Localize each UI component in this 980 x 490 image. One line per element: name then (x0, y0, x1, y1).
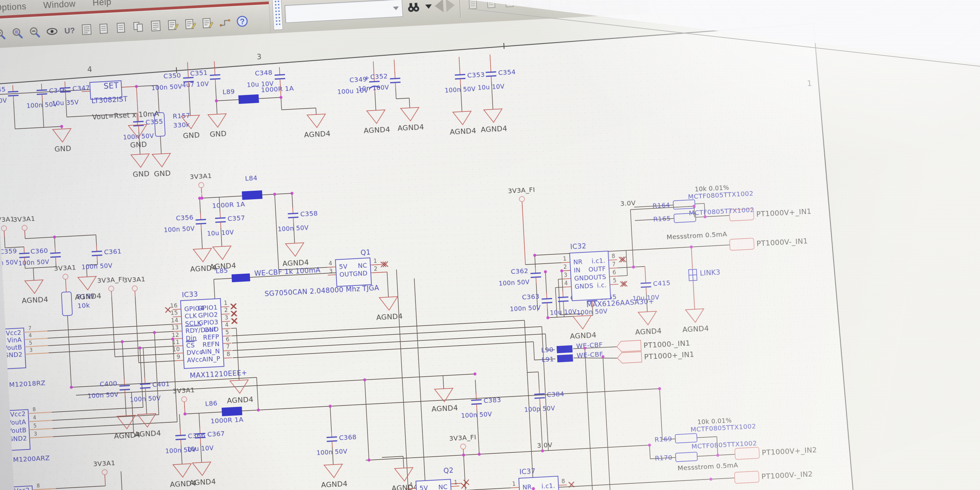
capacitor-C354-ref[interactable]: C354 (498, 68, 516, 77)
ic-Q2-pin-label[interactable]: NC (438, 483, 447, 490)
zone-number[interactable]: 1 (807, 79, 812, 88)
capacitor-C351-stub[interactable] (215, 68, 215, 75)
capacitor-C356-ref[interactable]: C356 (176, 213, 194, 222)
schematic-canvas[interactable]: 4321C345100n 100VC346100n 50VC34710u 35V… (0, 0, 980, 490)
disabled-tool-1-icon[interactable] (465, 0, 482, 13)
ferrite-bead-L91[interactable] (557, 355, 573, 363)
zone-number[interactable]: 3 (256, 52, 262, 61)
disabled-tool-4-icon[interactable] (519, 0, 537, 10)
capacitor-C366-stub[interactable] (181, 439, 181, 446)
capacitor-C346-ref[interactable]: C346 (49, 86, 67, 95)
sheet-symbol-box2-pin-label[interactable]: Vcc2 (14, 487, 30, 490)
capacitor-C367-value[interactable]: 10u 10V (186, 444, 214, 453)
capacitor-C368-ref[interactable]: C368 (339, 433, 357, 442)
capacitor-C359-ref[interactable]: C359 (0, 247, 18, 256)
capacitor-C353-stub[interactable] (460, 79, 461, 85)
capacitor-C348-stub[interactable] (280, 79, 280, 85)
sheet-symbol-M12018RZ-pin-label[interactable]: VoutB (3, 343, 22, 352)
ic-IC33-pin-label[interactable]: GPIO1 (197, 304, 218, 312)
ic-IC32-pin-label[interactable]: OUTF (588, 265, 606, 273)
capacitor-C364-stub[interactable] (563, 301, 564, 308)
help-icon[interactable]: ? (234, 13, 251, 30)
capacitor-C360-stub[interactable] (55, 247, 55, 253)
capacitor-C347-stub[interactable] (65, 81, 65, 88)
capacitor-C401-stub[interactable] (145, 378, 145, 384)
capacitor-C354-plate[interactable] (486, 72, 496, 73)
ic-IC37-pin-label[interactable]: i.c1. (541, 482, 555, 490)
capacitor-C364-stub[interactable] (563, 291, 563, 297)
annotation-text[interactable]: 3.0V (620, 199, 636, 207)
sheet-symbol-M12018RZ-pin-label[interactable]: VinA (7, 336, 22, 344)
agnd4-symbol-label[interactable]: AGND4 (682, 324, 709, 334)
disabled-tool-8-icon[interactable] (593, 0, 610, 6)
ic-IC33-pin-label[interactable]: CLK (185, 312, 197, 320)
disabled-tool-2-icon[interactable] (483, 0, 500, 12)
ferrite-bead-L86[interactable] (221, 407, 242, 416)
capacitor-C354-stub[interactable] (491, 76, 492, 83)
power-flag-3V3A_FI-label[interactable]: 3V3A_FI (449, 433, 476, 442)
capacitor-C415-stub[interactable] (646, 277, 646, 283)
component-question-icon[interactable]: U? (61, 22, 78, 39)
ic-IC37-ref[interactable]: IC37 (519, 467, 536, 476)
capacitor-C383-stub[interactable] (477, 404, 477, 410)
ic-IC37-pin-number[interactable]: 1 (512, 480, 516, 487)
ferrite-bead-L91-value[interactable]: WE-CBF (577, 350, 603, 360)
ic-IC32-pin-label[interactable]: GNDS (574, 282, 593, 290)
capacitor-C349-plate[interactable] (369, 81, 380, 82)
ic-IC33-pin-number[interactable]: 15 (170, 309, 178, 316)
capacitor-C358-stub[interactable] (293, 207, 293, 214)
net-wire[interactable] (558, 279, 563, 279)
sheet-symbol-M1200ARZ-pin-label[interactable]: Vcc2 (10, 410, 26, 418)
ic-IC32-pin-number[interactable]: 2 (563, 263, 567, 270)
ic-IC37-pin-label[interactable]: NR (522, 483, 532, 490)
capacitor-C352-stub[interactable] (395, 82, 396, 89)
ic-Q1-pin-label[interactable]: OUT (339, 270, 353, 278)
ic-IC33-pin-label[interactable]: GND (204, 326, 219, 334)
ic-IC32-pin-number[interactable]: 3 (563, 272, 568, 278)
resistor-R159-value[interactable]: 10k (78, 301, 90, 310)
sheet-symbol-box2-pin-number[interactable]: 8 (37, 483, 40, 489)
power-flag-3V3A1-label[interactable]: 3V3A1 (13, 215, 35, 224)
gnd-symbol-label[interactable]: GND (54, 145, 72, 154)
power-flag-3V3A1-label[interactable]: 3V3A1 (189, 172, 212, 181)
capacitor-C347-plate[interactable] (60, 88, 70, 88)
resistor-R165-ref[interactable]: R165 (653, 214, 671, 223)
capacitor-C360-stub[interactable] (56, 257, 56, 264)
capacitor-C368-stub[interactable] (332, 441, 332, 447)
capacitor-C346-stub[interactable] (42, 94, 43, 100)
capacitor-C352-stub[interactable] (395, 72, 395, 79)
capacitor-C400-stub[interactable] (124, 379, 124, 386)
agnd4-symbol-label[interactable]: AGND4 (480, 124, 508, 134)
ic-IC33-pin-number[interactable]: 14 (171, 317, 178, 324)
capacitor-C363-plate[interactable] (542, 299, 552, 299)
net-wire[interactable] (66, 285, 66, 292)
capacitor-C350-plate[interactable] (183, 78, 194, 78)
ic-IC33-pin-label[interactable]: REFN (202, 340, 220, 348)
menu-options[interactable]: Options (0, 1, 27, 13)
net-wire[interactable] (555, 287, 563, 288)
forward-arrow-button[interactable] (446, 0, 455, 12)
agnd4-symbol-label[interactable]: AGND4 (397, 123, 424, 132)
capacitor-C361-plate[interactable] (91, 251, 102, 252)
capacitor-C400-plate[interactable] (119, 385, 130, 386)
power-flag-3V3A1-label[interactable]: 3V3A1 (93, 459, 116, 468)
capacitor-C366-ref[interactable]: C366 (188, 431, 205, 440)
ic-IC32-pin-label[interactable]: OUTS (588, 273, 606, 281)
capacitor-C354-stub[interactable] (491, 66, 491, 72)
capacitor-C367-stub[interactable] (200, 438, 200, 444)
menu-window[interactable]: Window (43, 0, 76, 10)
ferrite-bead-L90-value[interactable]: WE-CBF (576, 341, 603, 350)
capacitor-C361-ref[interactable]: C361 (104, 247, 122, 256)
port-PT1000+_IN1[interactable] (617, 352, 642, 364)
sheet-symbol-M1200ARZ-pin-label[interactable]: VoutA (7, 418, 27, 426)
capacitor-C345-stub[interactable] (13, 96, 14, 102)
ic-Q2-pin-number[interactable]: 1 (454, 479, 458, 486)
capacitor-C363-ref[interactable]: C363 (522, 293, 540, 301)
agnd4-symbol-label[interactable]: AGND4 (364, 126, 390, 135)
power-flag-3V3A1-stem[interactable] (25, 230, 25, 236)
ic-IC33-pin-number[interactable]: 9 (177, 353, 180, 360)
disabled-tool-5-icon[interactable] (538, 0, 555, 9)
disabled-tool-3-icon[interactable] (501, 0, 519, 11)
capacitor-C350-stub[interactable] (188, 71, 188, 78)
ic-IC33-pin-label[interactable]: CS (186, 341, 195, 349)
